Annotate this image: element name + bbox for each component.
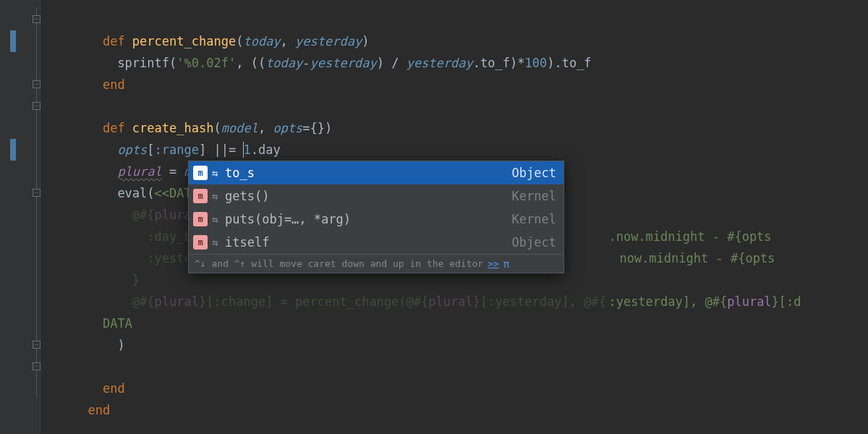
fold-toggle-icon[interactable]: –	[33, 15, 41, 23]
autocomplete-item[interactable]: m ⇆ puts(obj=…, *arg) Kernel	[189, 208, 563, 231]
code-line: def create_hash(model, opts={})	[43, 95, 868, 117]
autocomplete-item-type: Object	[512, 231, 556, 253]
code-line: end	[43, 52, 868, 74]
gutter: ––––––	[0, 0, 41, 434]
change-marker	[10, 139, 16, 161]
code-editor[interactable]: –––––– def percent_change(today, yesterd…	[0, 0, 868, 434]
code-line: opts[:range] ||= 1.day	[43, 117, 868, 139]
autocomplete-item-type: Kernel	[512, 208, 556, 230]
autocomplete-status-text: ^↓ and ^↑ will move caret down and up in…	[195, 253, 483, 275]
autocomplete-item-name: gets()	[225, 185, 503, 207]
fold-guide	[36, 7, 37, 398]
fold-toggle-icon[interactable]: –	[33, 189, 41, 197]
fold-toggle-icon[interactable]: –	[33, 341, 41, 349]
method-icon: m	[193, 189, 208, 203]
method-icon: m	[193, 166, 208, 180]
code-line: def percent_change(today, yesterday)	[43, 9, 868, 30]
autocomplete-more-link[interactable]: >>	[488, 253, 499, 275]
code-line: sprintf('%0.02f', ((today-yesterday) / y…	[43, 30, 868, 52]
autocomplete-item[interactable]: m ⇆ to_s Object	[189, 161, 563, 184]
code-line: )	[43, 312, 868, 334]
code-line: end	[43, 378, 868, 399]
code-line: end	[43, 356, 868, 378]
link-icon: ⇆	[212, 231, 222, 253]
fold-toggle-icon[interactable]: –	[33, 80, 41, 88]
autocomplete-item-name: puts(obj=…, *arg)	[225, 208, 503, 230]
code-line: DATA	[43, 291, 868, 312]
autocomplete-status-bar: ^↓ and ^↑ will move caret down and up in…	[189, 254, 563, 273]
autocomplete-item-type: Object	[512, 162, 556, 184]
fold-toggle-icon[interactable]: –	[33, 102, 41, 110]
link-icon: ⇆	[212, 162, 222, 184]
link-icon: ⇆	[212, 208, 222, 230]
autocomplete-popup[interactable]: m ⇆ to_s Object m ⇆ gets() Kernel m ⇆ pu…	[188, 161, 564, 273]
link-icon: ⇆	[212, 185, 222, 207]
fold-toggle-icon[interactable]: –	[33, 362, 41, 370]
method-icon: m	[193, 235, 208, 250]
autocomplete-item[interactable]: m ⇆ gets() Kernel	[189, 184, 563, 208]
pi-icon[interactable]: π	[503, 253, 509, 275]
code-area[interactable]: def percent_change(today, yesterday) spr…	[43, 0, 868, 434]
code-line-tail: .now.midnight - #{opts	[564, 204, 868, 226]
text-caret	[243, 142, 244, 158]
autocomplete-item-name: to_s	[225, 162, 503, 184]
autocomplete-item[interactable]: m ⇆ itself Object	[189, 231, 563, 254]
code-line	[43, 74, 868, 95]
code-line-tail: now.midnight - #{opts	[575, 226, 868, 247]
autocomplete-item-name: itself	[225, 231, 503, 253]
autocomplete-item-type: Kernel	[512, 185, 556, 207]
code-line: plural = model.ts	[43, 139, 868, 161]
code-line-tail: :yesterday], @#{plural}[:d	[564, 269, 868, 291]
change-marker	[10, 30, 16, 52]
method-icon: m	[193, 212, 208, 226]
